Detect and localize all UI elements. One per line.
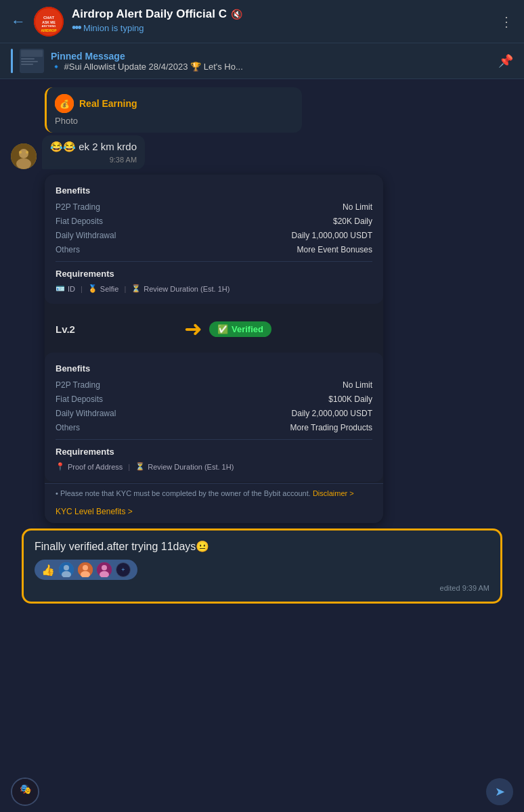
svg-text:CHAT: CHAT — [43, 16, 55, 20]
reaction-avatar-2 — [78, 562, 93, 577]
typing-text: Minion is typing — [83, 23, 144, 33]
user-avatar — [11, 143, 37, 169]
id-label: ID — [68, 285, 75, 293]
kyc-link-row: KYC Level Benefits > — [45, 503, 383, 523]
fiat-value-1: $20K Daily — [333, 217, 372, 226]
timer-icon-1: ⏳ — [131, 284, 141, 293]
kyc-row-withdrawal-2: Daily Withdrawal Daily 2,000,000 USDT — [56, 409, 372, 418]
svg-point-14 — [19, 149, 28, 158]
reaction-avatar-4: + — [116, 562, 131, 577]
address-label: Proof of Address — [68, 463, 123, 471]
selfie-icon: 🏅 — [88, 284, 97, 293]
svg-text:ANYTHING: ANYTHING — [42, 24, 56, 28]
benefits-title-1: Benefits — [56, 185, 372, 196]
pinned-title: Pinned Message — [51, 51, 492, 62]
message-emoji: 😂😂 — [50, 141, 76, 152]
requirements-title-2: Requirements — [56, 447, 372, 457]
p2p-label-2: P2P Trading — [56, 380, 100, 390]
kyc-row-p2p-1: P2P Trading No Limit — [56, 202, 372, 212]
others-label-2: Others — [56, 423, 80, 432]
reaction-avatar-3 — [97, 562, 112, 577]
header-actions: ⋮ — [500, 14, 513, 30]
final-message-wrapper: Finally verified.after trying 11days😐 👍 — [22, 528, 502, 604]
final-message-bubble: Finally verified.after trying 11days😐 👍 — [22, 528, 502, 604]
send-icon: ➤ — [495, 784, 505, 799]
address-icon: 📍 — [56, 462, 65, 471]
verified-text: Verified — [232, 324, 263, 334]
pinned-thumbnail — [20, 49, 44, 73]
others-value-1: More Event Bonuses — [297, 245, 372, 254]
more-menu-button[interactable]: ⋮ — [500, 14, 513, 30]
fiat-value-2: $100K Daily — [328, 394, 372, 404]
header-info: Airdrop Alert Daily Official C 🔇 ••• Min… — [72, 7, 492, 35]
others-value-2: More Trading Products — [290, 423, 372, 432]
svg-point-15 — [16, 158, 31, 169]
fiat-label-2: Fiat Deposits — [56, 394, 103, 404]
req-selfie: 🏅 Selfie — [88, 284, 119, 293]
withdrawal-value-1: Daily 1,000,000 USDT — [292, 231, 372, 240]
forwarded-avatar: 💰 — [55, 94, 74, 113]
kyc-card-level2: Benefits P2P Trading No Limit Fiat Depos… — [45, 353, 383, 482]
others-label-1: Others — [56, 245, 80, 254]
svg-rect-7 — [21, 50, 43, 57]
kyc-level-link[interactable]: KYC Level Benefits > — [56, 507, 133, 516]
selfie-label: Selfie — [100, 285, 119, 293]
id-icon: 🪪 — [56, 284, 65, 293]
kyc-card-level1: Benefits P2P Trading No Limit Fiat Depos… — [45, 175, 383, 304]
pinned-pin-icon: 📌 — [498, 53, 513, 68]
verified-badge: ✅ Verified — [209, 321, 271, 337]
pinned-message-bar[interactable]: Pinned Message 🔹 #Sui Allowlist Update 2… — [0, 43, 524, 79]
message-content: ek 2 km krdo — [79, 141, 137, 152]
req-sep-2: | — [124, 285, 126, 293]
disclaimer-link[interactable]: Disclaimer > — [313, 489, 354, 497]
svg-rect-8 — [21, 58, 35, 60]
forwarded-message: 💰 Real Earning Photo — [45, 87, 302, 133]
typing-status: ••• Minion is typing — [72, 21, 492, 35]
pinned-subtitle: 🔹 #Sui Allowlist Update 28/4/2023 🏆 Let'… — [51, 62, 492, 72]
svg-point-22 — [83, 565, 88, 570]
channel-avatar: CHAT ASK ME ANYTHING AIRDROP — [34, 7, 64, 37]
kyc-image-card: Benefits P2P Trading No Limit Fiat Depos… — [45, 175, 383, 523]
reactions-row[interactable]: 👍 — [35, 560, 489, 580]
req-review-1: ⏳ Review Duration (Est. 1H) — [131, 284, 230, 293]
req-sep-3: | — [128, 463, 130, 471]
mute-icon: 🔇 — [231, 9, 242, 20]
back-button[interactable]: ← — [11, 13, 26, 30]
pinned-accent — [11, 49, 13, 73]
svg-point-19 — [64, 565, 69, 570]
svg-text:AIRDROP: AIRDROP — [41, 28, 57, 32]
svg-point-17 — [26, 151, 28, 154]
send-button[interactable]: ➤ — [486, 778, 513, 805]
footer-note: • Please note that KYC must be completed… — [45, 483, 383, 503]
kyc-row-fiat-1: Fiat Deposits $20K Daily — [56, 217, 372, 226]
withdrawal-value-2: Daily 2,000,000 USDT — [292, 409, 372, 418]
review-label-2: Review Duration (Est. 1H) — [148, 463, 234, 471]
big-arrow-icon: ➜ — [184, 316, 202, 342]
arrow-verified-group: ➜ ✅ Verified — [83, 316, 372, 342]
chat-header: ← CHAT ASK ME ANYTHING AIRDROP Airdrop A… — [0, 0, 524, 43]
req-review-2: ⏳ Review Duration (Est. 1H) — [135, 462, 234, 471]
kyc-divider-1 — [56, 261, 372, 262]
reaction-count: + — [121, 566, 125, 573]
svg-rect-10 — [21, 64, 33, 65]
reactions-pill[interactable]: 👍 — [35, 560, 137, 580]
footer-note-text: • Please note that KYC must be completed… — [56, 489, 311, 497]
p2p-label-1: P2P Trading — [56, 202, 100, 212]
forwarded-sender-name: Real Earning — [79, 98, 137, 109]
svg-rect-9 — [21, 61, 38, 62]
kyc-divider-2 — [56, 439, 372, 440]
lv2-label: Lv.2 — [56, 323, 75, 335]
benefits-title-2: Benefits — [56, 363, 372, 374]
lv2-header: Lv.2 ➜ ✅ Verified — [45, 307, 383, 351]
final-message-text: Finally verified.after trying 11days😐 — [35, 540, 489, 553]
requirements-title-1: Requirements — [56, 269, 372, 279]
timer-icon-2: ⏳ — [135, 462, 145, 471]
svg-text:🎭: 🎭 — [20, 784, 32, 795]
svg-text:💰: 💰 — [60, 99, 70, 109]
req-sep-1: | — [81, 285, 83, 293]
message-bubble-1: 😂😂 ek 2 km krdo 9:38 AM — [42, 135, 145, 169]
svg-point-16 — [19, 151, 22, 154]
thumbs-up-reaction: 👍 — [41, 564, 55, 577]
svg-point-25 — [102, 565, 107, 570]
fiat-label-1: Fiat Deposits — [56, 217, 103, 226]
